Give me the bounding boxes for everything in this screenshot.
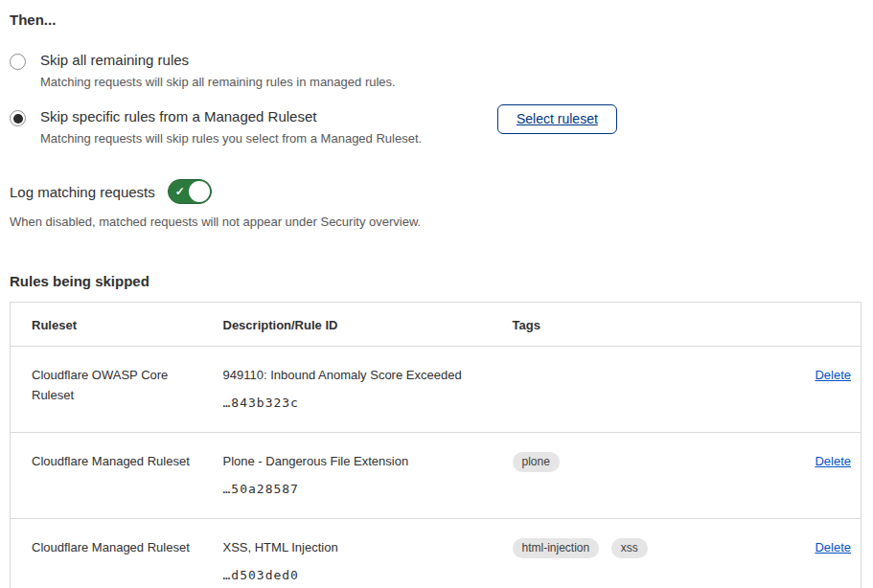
option-skip-specific-rules-description: Matching requests will skip rules you se… — [40, 131, 497, 147]
column-header-actions — [777, 303, 862, 347]
tags-cell: html-injection xss — [503, 519, 777, 588]
radio-skip-all-rules[interactable] — [10, 54, 26, 70]
radio-skip-specific-rules[interactable] — [10, 110, 26, 126]
table-row: Cloudflare OWASP Core Ruleset 949110: In… — [11, 347, 862, 433]
option-skip-specific-rules-label[interactable]: Skip specific rules from a Managed Rules… — [40, 107, 497, 125]
tag-badge: plone — [513, 452, 560, 472]
action-cell: Delete — [777, 519, 862, 588]
rule-description: Plone - Dangerous File Extension — [223, 451, 494, 471]
table-row: Cloudflare Managed Ruleset Plone - Dange… — [11, 433, 862, 519]
tag-badge: html-injection — [513, 538, 600, 558]
delete-link[interactable]: Delete — [815, 540, 851, 554]
tags-cell: plone — [503, 433, 777, 519]
rule-id: …843b323c — [223, 393, 494, 413]
column-header-tags: Tags — [503, 303, 777, 347]
tag-badge: xss — [611, 538, 648, 558]
column-header-description: Description/Rule ID — [214, 303, 503, 347]
option-skip-all-rules-label[interactable]: Skip all remaining rules — [40, 51, 396, 69]
ruleset-cell: Cloudflare Managed Ruleset — [11, 433, 214, 519]
rules-being-skipped-title: Rules being skipped — [10, 273, 862, 289]
skipped-rules-table: Ruleset Description/Rule ID Tags Cloudfl… — [10, 302, 862, 588]
rule-description: XSS, HTML Injection — [223, 537, 494, 557]
description-cell: 949110: Inbound Anomaly Score Exceeded …… — [214, 347, 503, 433]
tags-cell — [503, 347, 777, 433]
log-matching-requests-row: Log matching requests ✓ — [10, 179, 862, 204]
option-skip-specific-rules: Skip specific rules from a Managed Rules… — [10, 107, 862, 147]
log-matching-requests-label: Log matching requests — [10, 184, 155, 200]
ruleset-cell: Cloudflare Managed Ruleset — [11, 519, 214, 588]
description-cell: Plone - Dangerous File Extension …50a285… — [214, 433, 503, 519]
rule-id: …50a28587 — [223, 479, 494, 499]
option-skip-all-rules: Skip all remaining rules Matching reques… — [10, 51, 862, 90]
select-ruleset-button[interactable]: Select ruleset — [497, 104, 617, 134]
column-header-ruleset: Ruleset — [11, 303, 214, 347]
delete-link[interactable]: Delete — [815, 454, 851, 468]
table-header-row: Ruleset Description/Rule ID Tags — [11, 303, 862, 347]
log-toggle-helper-text: When disabled, matched requests will not… — [10, 215, 862, 230]
table-row: Cloudflare Managed Ruleset XSS, HTML Inj… — [11, 519, 862, 588]
delete-link[interactable]: Delete — [815, 368, 851, 382]
action-cell: Delete — [777, 347, 862, 433]
then-section-title: Then... — [10, 11, 862, 28]
rule-id: …d503ded0 — [223, 565, 494, 585]
log-matching-requests-toggle[interactable]: ✓ — [168, 179, 212, 204]
option-skip-all-rules-description: Matching requests will skip all remainin… — [40, 75, 396, 90]
description-cell: XSS, HTML Injection …d503ded0 — [214, 519, 503, 588]
rule-description: 949110: Inbound Anomaly Score Exceeded — [223, 365, 494, 385]
action-cell: Delete — [777, 433, 862, 519]
ruleset-cell: Cloudflare OWASP Core Ruleset — [11, 347, 214, 433]
check-icon: ✓ — [175, 186, 185, 197]
toggle-knob — [189, 181, 210, 202]
